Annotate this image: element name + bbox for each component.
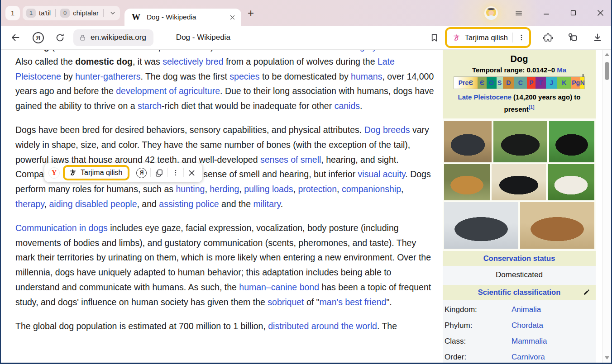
- translate-button[interactable]: Tarjima qilish: [445, 27, 531, 48]
- dog-photo-japanese-chin-lawn[interactable]: [549, 121, 594, 162]
- article-link[interactable]: sobriquet: [268, 297, 304, 307]
- kana-translate-icon: [452, 33, 461, 42]
- minimize-button[interactable]: [542, 9, 550, 17]
- site-info-chip[interactable]: en.wikipedia.org: [73, 29, 153, 46]
- copy-icon[interactable]: [154, 168, 164, 178]
- group-divider: [103, 9, 104, 17]
- popup-close-icon[interactable]: [187, 169, 196, 177]
- more-options-icon[interactable]: [517, 33, 526, 42]
- tab-group-pill[interactable]: 1 ta'til 0 chiptalar: [23, 6, 120, 20]
- taxonomy-value-link[interactable]: Chordata: [512, 320, 543, 331]
- group-label[interactable]: ta'til: [39, 9, 51, 17]
- article-link[interactable]: starch: [138, 101, 162, 111]
- profile-avatar[interactable]: [484, 6, 498, 20]
- geo-segment[interactable]: Є: [478, 77, 487, 89]
- popup-translate-button[interactable]: Tarjima qilish: [63, 165, 129, 180]
- article-link[interactable]: species: [230, 71, 259, 81]
- menu-icon[interactable]: [514, 9, 523, 18]
- geo-segment[interactable]: K: [557, 77, 571, 89]
- group-label[interactable]: chiptalar: [73, 9, 99, 17]
- article-link[interactable]: development of agriculture: [116, 86, 220, 96]
- maximize-button[interactable]: [569, 9, 577, 17]
- bookmark-icon[interactable]: [429, 33, 440, 43]
- geo-segment[interactable]: Pg: [571, 77, 580, 89]
- more-options-icon[interactable]: [172, 169, 180, 177]
- extensions-icon[interactable]: [542, 32, 553, 43]
- image-row: [444, 202, 594, 249]
- geo-timeline[interactable]: PreЄЄOSDCPTJKPgN: [454, 77, 584, 89]
- password-manager-icon[interactable]: [567, 32, 579, 43]
- geo-segment[interactable]: N: [580, 77, 584, 89]
- browser-tab[interactable]: W Dog - Wikipedia: [124, 9, 241, 26]
- infobox-title: Dog: [445, 53, 593, 65]
- dog-photo-black-labrador-field[interactable]: [492, 164, 545, 200]
- group-count-badge: 0: [60, 9, 70, 18]
- article-link[interactable]: Dog breeds: [364, 125, 410, 135]
- article-link[interactable]: hunting: [176, 184, 205, 194]
- article-link[interactable]: canids: [335, 101, 360, 111]
- article-text-run: .: [395, 50, 397, 52]
- edit-pencil-icon[interactable]: [583, 288, 590, 296]
- tab-title: Dog - Wikipedia: [147, 13, 229, 21]
- article-link[interactable]: hunter-gatherers: [75, 71, 140, 81]
- chevron-down-icon[interactable]: [109, 9, 116, 17]
- article-text-run: ".: [386, 297, 392, 307]
- dog-photo-dog-nursing-puppies-sand[interactable]: [520, 202, 594, 249]
- taxonomy-value-link[interactable]: Carnivora: [512, 352, 545, 362]
- geo-segment[interactable]: J: [546, 77, 557, 89]
- page-title-text[interactable]: Dog - Wikipedia: [176, 33, 230, 42]
- article-link[interactable]: pulling loads: [244, 184, 293, 194]
- browser-logo-icon[interactable]: Я: [33, 32, 44, 43]
- article-link[interactable]: Communication in dogs: [15, 223, 108, 233]
- new-tab-button[interactable]: +: [248, 8, 254, 19]
- article-link[interactable]: senses of smell: [260, 155, 321, 165]
- dog-photo-jack-russell-terrier-grass[interactable]: [548, 164, 594, 200]
- downloads-icon[interactable]: [592, 32, 603, 43]
- scroll-thumb[interactable]: [605, 62, 609, 80]
- article-link[interactable]: man's best friend: [320, 297, 387, 307]
- search-in-yandex-icon[interactable]: Я: [136, 168, 147, 178]
- geo-segment[interactable]: S: [497, 77, 503, 89]
- geo-segment[interactable]: O: [487, 77, 497, 89]
- tab-group-indicator[interactable]: 1: [5, 6, 20, 20]
- article-link[interactable]: protection: [298, 184, 337, 194]
- taxonomy-value-link[interactable]: Mammalia: [512, 336, 547, 346]
- article-link[interactable]: human–canine bond: [239, 282, 319, 292]
- close-window-button[interactable]: [596, 9, 605, 17]
- article-link[interactable]: visual acuity: [358, 169, 406, 179]
- geo-segment[interactable]: PreЄ: [454, 77, 478, 89]
- article-link[interactable]: selectively bred: [163, 57, 223, 66]
- late-pleistocene-link[interactable]: Late Pleistocene: [458, 93, 512, 101]
- domain-text[interactable]: en.wikipedia.org: [91, 33, 146, 42]
- dog-photo-golden-retriever-water[interactable]: [444, 164, 490, 200]
- reference-link[interactable]: [1]: [529, 104, 535, 110]
- dog-photo-sled-dogs-snow[interactable]: [444, 202, 518, 249]
- scroll-up-arrow[interactable]: [605, 53, 609, 56]
- article-link[interactable]: aiding disabled people: [49, 199, 137, 209]
- geo-segment[interactable]: T: [536, 77, 546, 89]
- taxonomy-value-link[interactable]: Animalia: [512, 304, 541, 315]
- article-text-run: .: [360, 101, 362, 111]
- dog-photo-mottled-dog-running-dirt[interactable]: [444, 121, 492, 162]
- article-link[interactable]: therapy: [15, 199, 44, 209]
- paragraph: Communication in dogs includes eye gaze,…: [15, 221, 435, 310]
- article-link[interactable]: gray wolf: [360, 50, 395, 52]
- article-link[interactable]: distributed around the world: [268, 321, 377, 331]
- geo-segment[interactable]: C: [514, 77, 527, 89]
- article-link[interactable]: humans: [351, 71, 382, 81]
- article-link[interactable]: herding: [210, 184, 239, 194]
- back-button[interactable]: [10, 32, 21, 43]
- ma-link[interactable]: Ma: [557, 66, 566, 74]
- article-link[interactable]: companionship: [342, 184, 401, 194]
- article-link[interactable]: assisting police: [159, 199, 219, 209]
- geo-segment[interactable]: D: [503, 77, 514, 89]
- scroll-down-arrow[interactable]: [605, 356, 609, 359]
- article-text-run: domestic dog: [75, 57, 133, 66]
- reload-button[interactable]: [55, 33, 65, 43]
- scrollbar[interactable]: [602, 50, 611, 363]
- tab-group-indicator-count: 1: [11, 9, 14, 17]
- geo-segment[interactable]: P: [527, 77, 536, 89]
- tab-close-icon[interactable]: [229, 14, 236, 21]
- dog-photo-black-white-dog-grass[interactable]: [493, 121, 548, 162]
- article-link[interactable]: military: [253, 199, 280, 209]
